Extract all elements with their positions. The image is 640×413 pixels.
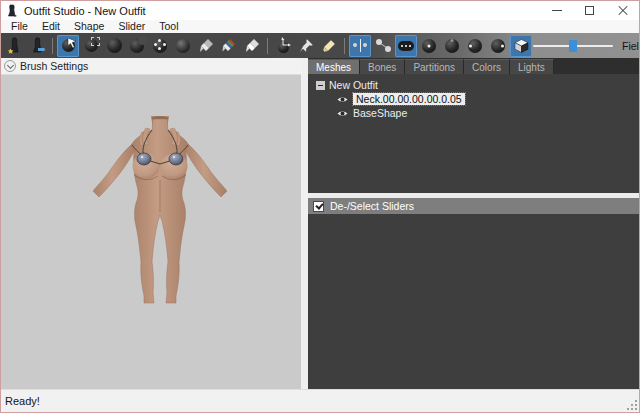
minimize-icon xyxy=(552,10,562,11)
boot-star-icon xyxy=(6,37,23,54)
load-reference-button[interactable] xyxy=(26,35,48,57)
tab-meshes[interactable]: Meshes xyxy=(308,59,360,74)
boot-arrow-icon xyxy=(29,37,46,54)
mask-square-icon xyxy=(91,37,100,46)
resize-grip[interactable] xyxy=(626,399,638,411)
title-bar[interactable]: Outfit Studio - New Outfit xyxy=(1,1,639,20)
visibility-eye-icon[interactable] xyxy=(336,109,349,118)
toolbar-separator xyxy=(52,38,53,54)
show-vertices-toggle[interactable] xyxy=(395,35,417,57)
dot-icon xyxy=(163,43,166,46)
light-dot-icon xyxy=(469,44,472,47)
rgb-brush-icon xyxy=(222,38,237,53)
tree-item-baseshape[interactable]: BaseShape xyxy=(308,106,639,120)
tab-bones[interactable]: Bones xyxy=(360,59,405,74)
body-mesh xyxy=(88,116,233,308)
tab-colors[interactable]: Colors xyxy=(464,59,510,74)
directional-light-1-toggle[interactable] xyxy=(441,35,463,57)
main-content: Brush Settings xyxy=(1,58,639,389)
right-pane: Meshes Bones Partitions Colors Lights Ne… xyxy=(308,58,639,389)
right-arm xyxy=(185,144,227,197)
menu-file[interactable]: File xyxy=(4,20,35,33)
load-outfit-button[interactable] xyxy=(3,35,25,57)
pane-splitter[interactable] xyxy=(301,58,308,389)
mask-brush-button[interactable] xyxy=(80,35,102,57)
tree-item-label-selected[interactable]: Neck.00.00.00.00.0.05 xyxy=(353,93,465,105)
smooth-brush-button[interactable] xyxy=(172,35,194,57)
sliders-header-label: De-/Select Sliders xyxy=(330,200,414,212)
transform-tool-button[interactable] xyxy=(272,35,294,57)
light-dot-icon xyxy=(501,44,504,47)
menu-bar: File Edit Shape Slider Tool xyxy=(1,20,639,33)
outfit-studio-window: Outfit Studio - New Outfit File Edit Sha… xyxy=(0,0,640,413)
x-mirror-toggle[interactable] xyxy=(349,35,371,57)
pin-icon xyxy=(299,38,314,53)
tab-bar: Meshes Bones Partitions Colors Lights xyxy=(308,58,639,74)
cursor-icon xyxy=(67,38,77,49)
fov-slider[interactable] xyxy=(533,39,613,53)
toolbar: Field of View: 65 xyxy=(1,33,639,58)
fov-area: Field of View: 65 xyxy=(533,39,640,53)
frontal-light-toggle[interactable] xyxy=(418,35,440,57)
deselect-sliders-checkbox[interactable] xyxy=(313,201,324,212)
tab-lights[interactable]: Lights xyxy=(510,59,554,74)
dot-icon xyxy=(154,43,157,46)
mirror-icon xyxy=(352,39,368,52)
brush-settings-label: Brush Settings xyxy=(20,60,88,72)
toolbar-separator xyxy=(344,38,345,54)
color-brush-button[interactable] xyxy=(218,35,240,57)
inflate-brush-button[interactable] xyxy=(103,35,125,57)
select-tool-button[interactable] xyxy=(57,35,79,57)
brush-settings-header[interactable]: Brush Settings xyxy=(1,58,301,75)
meshes-panel: New Outfit Neck.00.00.00.00.0.05 BaseSha… xyxy=(308,74,639,193)
status-bar: Ready! xyxy=(1,389,639,412)
viewport-3d[interactable] xyxy=(1,75,301,389)
alpha-brush-button[interactable] xyxy=(241,35,263,57)
tab-partitions[interactable]: Partitions xyxy=(405,59,464,74)
tree-item-label[interactable]: BaseShape xyxy=(353,107,407,119)
deflate-brush-button[interactable] xyxy=(126,35,148,57)
harness-pad-left xyxy=(137,153,151,165)
tree-root-row[interactable]: New Outfit xyxy=(308,78,639,92)
pin-tool-button[interactable] xyxy=(295,35,317,57)
tree-root-label: New Outfit xyxy=(329,79,378,91)
light-dot-icon xyxy=(428,44,431,47)
vertex-edit-button[interactable] xyxy=(318,35,340,57)
white-brush-icon xyxy=(245,38,260,53)
weight-brush-button[interactable] xyxy=(195,35,217,57)
move-brush-button[interactable] xyxy=(149,35,171,57)
maximize-button[interactable] xyxy=(573,1,606,20)
light-dot-icon xyxy=(451,39,454,42)
left-pane: Brush Settings xyxy=(1,58,301,389)
close-icon xyxy=(618,6,628,16)
sphere-icon xyxy=(107,38,122,53)
perspective-toggle[interactable] xyxy=(510,35,532,57)
menu-shape[interactable]: Shape xyxy=(67,20,111,33)
menu-tool[interactable]: Tool xyxy=(152,20,185,33)
minimize-button[interactable] xyxy=(540,1,573,20)
directional-light-2-toggle[interactable] xyxy=(464,35,486,57)
status-text: Ready! xyxy=(5,395,40,407)
fov-label: Field of View: 65 xyxy=(622,40,640,52)
sliders-panel xyxy=(308,214,639,389)
directional-light-3-toggle[interactable] xyxy=(487,35,509,57)
visibility-eye-icon[interactable] xyxy=(336,95,349,104)
menu-slider[interactable]: Slider xyxy=(111,20,152,33)
tree-item-neck[interactable]: Neck.00.00.00.00.0.05 xyxy=(308,92,639,106)
crescent-icon xyxy=(138,36,147,45)
left-arm xyxy=(93,144,135,197)
menu-edit[interactable]: Edit xyxy=(35,20,67,33)
sliders-header: De-/Select Sliders xyxy=(308,198,639,214)
collapse-chevron-icon[interactable] xyxy=(4,60,16,72)
brush-icon xyxy=(199,38,214,53)
close-button[interactable] xyxy=(606,1,639,20)
dot-icon xyxy=(158,47,161,50)
connected-only-toggle[interactable] xyxy=(372,35,394,57)
app-logo-icon xyxy=(6,4,19,18)
dot-icon xyxy=(158,39,161,42)
window-title: Outfit Studio - New Outfit xyxy=(24,5,146,17)
fov-slider-thumb[interactable] xyxy=(569,40,577,52)
sphere-icon xyxy=(176,39,190,53)
collapse-expander-icon[interactable] xyxy=(316,81,325,90)
axis-arrows-icon xyxy=(274,36,292,54)
